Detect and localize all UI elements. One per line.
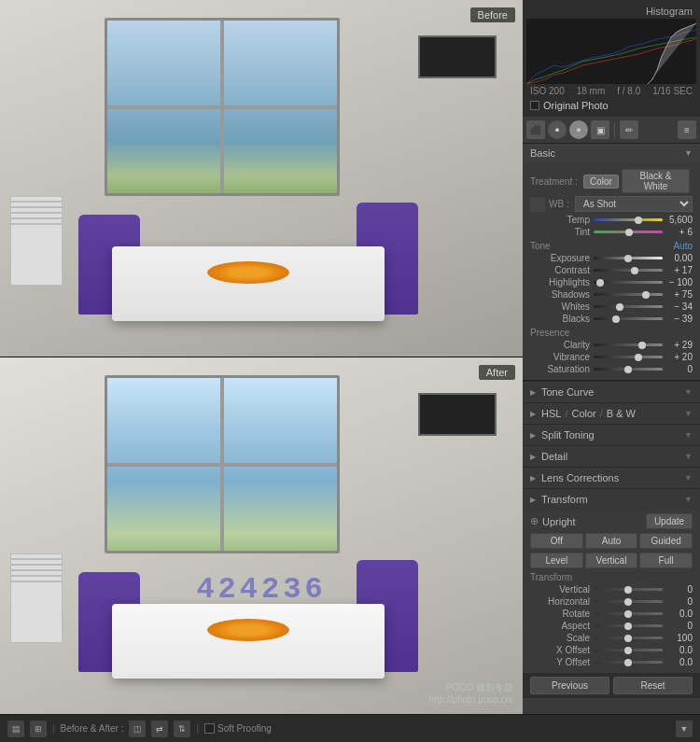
xoffset-thumb[interactable] [624, 647, 632, 654]
grid-icon[interactable]: ⊞ [30, 721, 47, 737]
horizontal-track[interactable] [594, 600, 663, 603]
rotate-track[interactable] [594, 612, 663, 615]
clarity-slider-row: Clarity + 29 [530, 340, 693, 350]
transform-section-label: Transform [530, 572, 572, 582]
clarity-value: + 29 [663, 340, 693, 350]
original-photo-checkbox[interactable] [530, 101, 539, 110]
histogram-title: Histogram [526, 4, 696, 19]
blacks-track[interactable] [594, 317, 663, 320]
clarity-thumb[interactable] [638, 342, 646, 349]
contrast-track[interactable] [594, 269, 663, 272]
before-after-icon3[interactable]: ⇅ [174, 721, 190, 737]
painting [418, 35, 497, 78]
vibrance-thumb[interactable] [635, 354, 642, 361]
filmstrip-icon[interactable]: ▤ [7, 721, 24, 737]
heal-icon[interactable]: ● [548, 120, 567, 139]
update-button[interactable]: Update [646, 513, 693, 529]
shadows-thumb[interactable] [642, 291, 650, 299]
crop-icon[interactable]: ⬛ [526, 120, 545, 139]
vertical-track[interactable] [594, 588, 663, 591]
tint-thumb[interactable] [625, 229, 633, 236]
settings-icon[interactable]: ≡ [678, 120, 696, 139]
upright-section: ⊕ Upright Update Off Auto Guided Level V… [523, 510, 700, 673]
full-button[interactable]: Full [639, 553, 693, 568]
auto-link[interactable]: Auto [673, 241, 693, 251]
exposure-thumb[interactable] [624, 255, 632, 262]
wb-eyedropper-icon[interactable] [530, 197, 545, 212]
vibrance-track[interactable] [594, 356, 663, 358]
whites-track[interactable] [594, 305, 663, 308]
saturation-thumb[interactable] [624, 366, 632, 373]
previous-button[interactable]: Previous [530, 677, 609, 694]
contrast-thumb[interactable] [631, 267, 638, 274]
tone-curve-header[interactable]: ▶ Tone Curve ▼ [523, 381, 700, 402]
detail-arrow: ▼ [684, 452, 693, 461]
hsl-header[interactable]: ▶ HSL / Color / B & W ▼ [523, 402, 700, 424]
saturation-slider-row: Saturation 0 [530, 364, 693, 374]
before-after-icon1[interactable]: ◫ [129, 721, 146, 737]
scale-thumb[interactable] [624, 635, 632, 642]
temp-track[interactable] [594, 218, 663, 221]
wb-select[interactable]: As Shot [575, 196, 693, 212]
vertical-thumb[interactable] [624, 586, 632, 594]
xoffset-track[interactable] [594, 649, 663, 651]
yoffset-track[interactable] [594, 661, 663, 664]
highlights-track[interactable] [594, 281, 663, 284]
gradient-icon[interactable]: ▣ [591, 120, 609, 139]
scale-value: 100 [663, 633, 693, 643]
whites-thumb[interactable] [616, 303, 623, 311]
horizontal-thumb[interactable] [624, 598, 632, 606]
basic-body: Treatment : Color Black & White WB : As … [523, 162, 700, 380]
aspect-track[interactable] [594, 624, 663, 627]
zoom-icon[interactable]: ▼ [676, 721, 693, 737]
soft-proof-check[interactable] [204, 723, 215, 734]
wb-row: WB : As Shot [530, 196, 693, 212]
room-window [105, 18, 340, 196]
transform-header[interactable]: ▶ Transform ▼ [523, 488, 700, 510]
off-button[interactable]: Off [530, 533, 583, 549]
blacks-thumb[interactable] [612, 315, 620, 323]
vertical-button[interactable]: Vertical [585, 553, 638, 568]
detail-header[interactable]: ▶ Detail ▼ [523, 445, 700, 467]
lens-corrections-header[interactable]: ▶ Lens Corrections ▼ [523, 467, 700, 488]
guided-button[interactable]: Guided [639, 533, 693, 549]
xoffset-slider-label: X Offset [530, 645, 594, 655]
shadows-track[interactable] [594, 293, 663, 296]
yoffset-thumb[interactable] [624, 659, 632, 666]
tone-curve-arrow: ▼ [684, 387, 693, 397]
brush-icon[interactable]: ● [569, 120, 588, 139]
basic-header[interactable]: Basic ▼ [523, 144, 700, 162]
aspect-thumb[interactable] [624, 623, 632, 630]
table-area [78, 196, 418, 321]
tint-track[interactable] [594, 231, 663, 233]
color-picker-icon[interactable]: ✏ [620, 120, 638, 139]
highlights-thumb[interactable] [596, 279, 604, 287]
split-toning-header[interactable]: ▶ Split Toning ▼ [523, 424, 700, 445]
clarity-track[interactable] [594, 343, 663, 346]
before-after-icon2[interactable]: ⇄ [151, 721, 168, 737]
whites-slider-row: Whites − 34 [530, 301, 693, 312]
exposure-track[interactable] [594, 257, 663, 259]
yoffset-value: 0.0 [663, 657, 693, 667]
saturation-track[interactable] [594, 368, 663, 371]
xoffset-value: 0.0 [663, 645, 693, 655]
saturation-value: 0 [663, 364, 693, 374]
rotate-thumb[interactable] [624, 610, 632, 618]
level-button[interactable]: Level [530, 553, 583, 568]
contrast-label: Contrast [530, 265, 594, 275]
reset-button[interactable]: Reset [613, 677, 693, 694]
soft-proofing-checkbox[interactable]: Soft Proofing [204, 723, 272, 734]
tint-value: + 6 [663, 227, 693, 237]
split-toning-triangle: ▶ [530, 431, 536, 440]
bw-button[interactable]: Black & White [622, 169, 690, 193]
tint-label: Tint [530, 227, 594, 237]
auto-button[interactable]: Auto [585, 533, 638, 549]
histogram-canvas [526, 19, 696, 84]
vibrance-label: Vibrance [530, 352, 594, 362]
rotate-slider-row: Rotate 0.0 [530, 609, 693, 619]
scale-track[interactable] [594, 637, 663, 639]
shadows-value: + 75 [663, 289, 693, 300]
color-button[interactable]: Color [583, 175, 619, 189]
transform-sliders-header: Transform [530, 572, 693, 582]
temp-thumb[interactable] [635, 217, 642, 224]
